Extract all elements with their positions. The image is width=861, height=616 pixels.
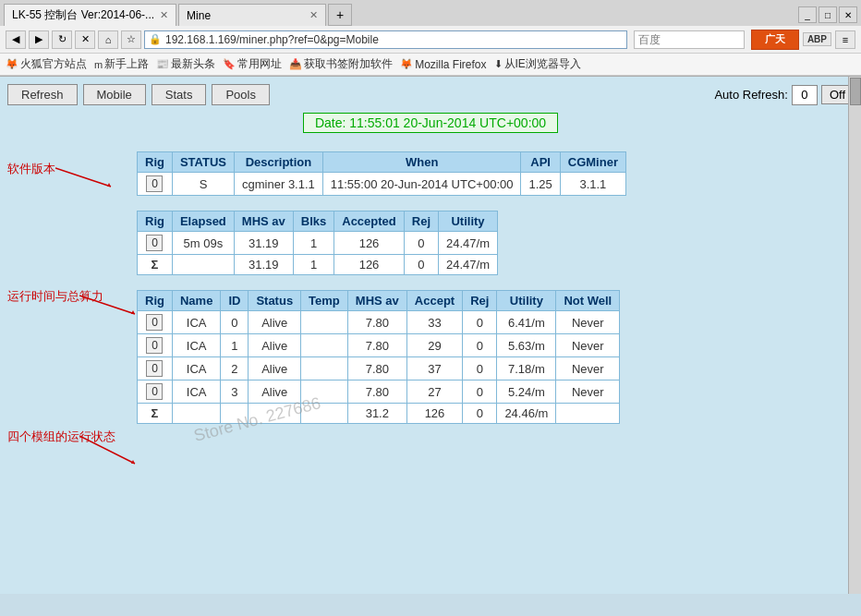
t1-status: S xyxy=(172,173,234,196)
tab-1-title: LK-55 控制台 Ver:2014-06-... xyxy=(12,7,154,23)
date-container: Date: 11:55:01 20-Jun-2014 UTC+00:00 xyxy=(7,113,854,142)
t3-sigma-name xyxy=(172,404,220,424)
t2-rej: 0 xyxy=(404,232,438,255)
search-area xyxy=(634,30,745,49)
bookmark-firefox[interactable]: 🦊 火狐官方站点 xyxy=(6,56,87,72)
t3-accept-0: 33 xyxy=(406,311,462,334)
back-button[interactable]: ◀ xyxy=(6,30,26,49)
t3-id-3: 3 xyxy=(221,380,249,404)
t1-header-rig: Rig xyxy=(138,152,173,173)
tab-2-close[interactable]: ✕ xyxy=(309,9,318,21)
bookmarks-bar: 🦊 火狐官方站点 m 新手上路 📰 最新头条 🔖 常用网址 📥 获取书签附加软件… xyxy=(0,54,861,76)
bookmark-mozilla[interactable]: 🦊 Mozilla Firefox xyxy=(400,58,486,71)
auto-refresh-input[interactable] xyxy=(792,85,818,105)
window-controls: _ □ ✕ xyxy=(798,6,857,23)
t2-header-utility: Utility xyxy=(439,211,498,232)
t2-header-elapsed: Elapsed xyxy=(172,211,234,232)
t2-sigma-utility: 24.47/m xyxy=(439,255,498,275)
t2-header-blks: Blks xyxy=(293,211,333,232)
address-bar[interactable]: 🔒 192.168.1.169/miner.php?ref=0&pg=Mobil… xyxy=(144,30,627,49)
table-row: 0 5m 09s 31.19 1 126 0 24.47/m xyxy=(138,232,498,255)
t1-rig: 0 xyxy=(138,173,173,196)
t3-rig-0: 0 xyxy=(138,311,173,334)
tab-bar: LK-55 控制台 Ver:2014-06-... ✕ Mine ✕ + _ □… xyxy=(0,0,861,26)
t3-temp-1 xyxy=(301,334,348,357)
t2-utility: 24.47/m xyxy=(439,232,498,255)
logo-text: 广天 xyxy=(765,32,785,46)
bookmark-addons[interactable]: 📥 获取书签附加软件 xyxy=(289,56,393,72)
refresh-button[interactable]: Refresh xyxy=(7,84,78,105)
new-tab-button[interactable]: + xyxy=(328,4,352,26)
bookmark-common[interactable]: 🔖 常用网址 xyxy=(223,56,282,72)
close-button[interactable]: ✕ xyxy=(839,6,857,23)
table2-section: Rig Elapsed MHS av Blks Accepted Rej Uti… xyxy=(137,211,854,275)
stats-button[interactable]: Stats xyxy=(152,84,207,105)
t3-id-0: 0 xyxy=(221,311,249,334)
t3-sigma-rej: 0 xyxy=(463,404,497,424)
main-layout: 软件版本 Rig STATUS Description When API CGM… xyxy=(7,151,854,424)
tab-1-close[interactable]: ✕ xyxy=(160,9,168,21)
t3-sigma-utility: 24.46/m xyxy=(497,404,556,424)
t3-temp-2 xyxy=(301,357,348,380)
t3-mhs-0: 7.80 xyxy=(347,311,406,334)
t3-sigma-id xyxy=(221,404,249,424)
menu-button[interactable]: ≡ xyxy=(835,30,855,49)
t2-sigma-blks: 1 xyxy=(293,255,333,275)
bookmark-ie-import[interactable]: ⬇ 从IE浏览器导入 xyxy=(494,56,581,72)
bookmark-news[interactable]: 📰 最新头条 xyxy=(156,56,215,72)
t3-rej-1: 0 xyxy=(463,334,497,357)
browser-logo: 广天 xyxy=(751,30,799,50)
software-table: Rig STATUS Description When API CGMiner … xyxy=(137,151,626,196)
bookmark-firefox-label: 火狐官方站点 xyxy=(20,56,87,72)
t3-utility-1: 5.63/m xyxy=(497,334,556,357)
t2-sigma-mhs: 31.19 xyxy=(234,255,293,275)
rig-box: 0 xyxy=(146,383,163,400)
tab-2[interactable]: Mine ✕ xyxy=(178,4,326,26)
firefox-icon: 🦊 xyxy=(6,58,18,70)
bookmark-newuser[interactable]: m 新手上路 xyxy=(94,56,149,72)
t2-header-mhs: MHS av xyxy=(234,211,293,232)
newuser-icon: m xyxy=(94,59,103,70)
table1-section: Rig STATUS Description When API CGMiner … xyxy=(137,151,854,196)
t3-name-0: ICA xyxy=(172,311,220,334)
rig-box: 0 xyxy=(146,360,163,377)
t2-blks: 1 xyxy=(293,232,333,255)
table-row: 0 S cgminer 3.1.1 11:55:00 20-Jun-2014 U… xyxy=(138,173,626,196)
t1-when: 11:55:00 20-Jun-2014 UTC+00:00 xyxy=(322,173,521,196)
t3-header-rig: Rig xyxy=(138,291,173,311)
svg-marker-1 xyxy=(107,183,111,187)
addons-icon: 📥 xyxy=(289,58,302,70)
t3-utility-0: 6.41/m xyxy=(497,311,556,334)
stop-button[interactable]: ✕ xyxy=(75,30,95,49)
ie-icon: ⬇ xyxy=(494,58,503,70)
minimize-button[interactable]: _ xyxy=(798,6,817,23)
t3-sigma-label: Σ xyxy=(138,404,173,424)
t3-sigma-temp xyxy=(301,404,348,424)
annotation-runtime: 运行时间与总算力 xyxy=(7,288,103,305)
t3-rig-2: 0 xyxy=(138,357,173,380)
star-button[interactable]: ☆ xyxy=(121,30,141,49)
home-button[interactable]: ⌂ xyxy=(98,30,118,49)
t3-header-accept: Accept xyxy=(406,291,462,311)
table-row: 0 ICA 0 Alive 7.80 33 0 6.41/m Never xyxy=(138,311,620,334)
search-input[interactable] xyxy=(634,30,745,49)
t2-rig: 0 xyxy=(138,232,173,255)
tab-1[interactable]: LK-55 控制台 Ver:2014-06-... ✕ xyxy=(4,4,176,26)
t1-header-desc: Description xyxy=(235,152,323,173)
t3-header-name: Name xyxy=(172,291,220,311)
t1-header-cgminer: CGMiner xyxy=(560,152,625,173)
forward-button[interactable]: ▶ xyxy=(29,30,49,49)
maximize-button[interactable]: □ xyxy=(819,6,837,23)
t3-sigma-notwell xyxy=(556,404,620,424)
refresh-nav-button[interactable]: ↻ xyxy=(52,30,72,49)
t3-notwell-2: Never xyxy=(556,357,620,380)
scrollbar[interactable] xyxy=(848,77,861,594)
mobile-button[interactable]: Mobile xyxy=(83,84,146,105)
t3-status-1: Alive xyxy=(249,334,301,357)
t3-header-utility: Utility xyxy=(497,291,556,311)
svg-line-2 xyxy=(79,296,135,314)
t3-rig-3: 0 xyxy=(138,380,173,404)
pools-button[interactable]: Pools xyxy=(212,84,270,105)
scrollbar-thumb[interactable] xyxy=(850,78,861,105)
t3-header-status: Status xyxy=(249,291,301,311)
